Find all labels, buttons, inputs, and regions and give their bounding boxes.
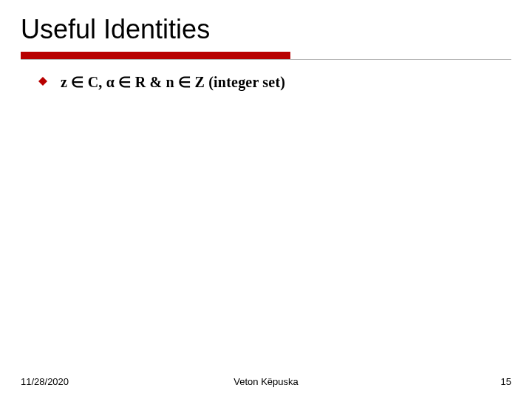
- footer-page-number: 15: [501, 376, 511, 387]
- footer-author: Veton Këpuska: [233, 376, 298, 387]
- svg-marker-0: [38, 77, 47, 86]
- diamond-bullet-icon: [38, 77, 47, 86]
- bullet-text: z ∈ C, α ∈ R & n ∈ Z (integer set): [61, 73, 285, 91]
- bullet-item: z ∈ C, α ∈ R & n ∈ Z (integer set): [38, 73, 511, 91]
- footer-date: 11/28/2020: [21, 376, 69, 387]
- slide-title: Useful Identities: [21, 15, 511, 44]
- title-rule: [21, 52, 511, 60]
- title-rule-red: [21, 52, 290, 59]
- content-area: z ∈ C, α ∈ R & n ∈ Z (integer set): [21, 73, 511, 91]
- slide-footer: 11/28/2020 Veton Këpuska 15: [0, 376, 532, 387]
- slide: Useful Identities z ∈ C, α ∈ R & n ∈ Z (…: [0, 0, 532, 399]
- title-rule-gray: [21, 59, 511, 60]
